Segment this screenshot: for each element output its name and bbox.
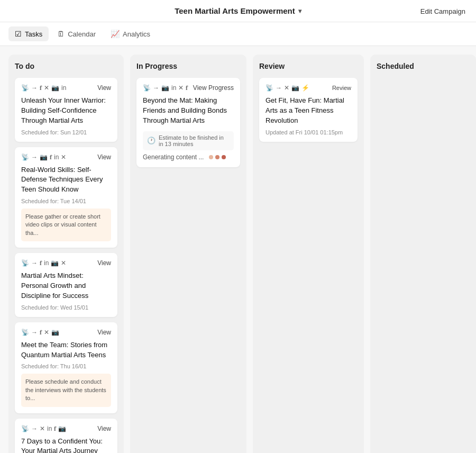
- view-button[interactable]: View: [97, 425, 111, 432]
- linkedin-icon: in: [44, 259, 49, 267]
- campaign-title-text: Teen Martial Arts Empowerment: [175, 6, 295, 15]
- tab-calendar-label: Calendar: [68, 30, 96, 38]
- column-scheduled: Scheduled: [370, 55, 476, 453]
- card-schedule: Scheduled for: Thu 16/01: [21, 363, 111, 369]
- card-platform-icons: 📡 → 📷 𝐟 in ✕: [21, 153, 66, 161]
- generating-row: Generating content ...: [143, 153, 234, 161]
- x-icon: ✕: [40, 425, 45, 432]
- top-bar: Teen Martial Arts Empowerment ▾ Edit Cam…: [0, 0, 476, 22]
- kanban-board: To do 📡 → 𝐟 ✕ 📷 in View Unleash Your Inn…: [0, 46, 476, 453]
- card-note: Please gather or create short video clip…: [21, 209, 111, 241]
- card-beyondmat: 📡 → 📷 in ✕ 𝐟 View Progress Beyond the Ma…: [136, 78, 240, 167]
- arrow-icon: →: [153, 84, 159, 92]
- rss-icon: 📡: [143, 84, 151, 92]
- tab-analytics-label: Analytics: [123, 30, 150, 38]
- column-inprogress: In Progress 📡 → 📷 in ✕ 𝐟 View Progress B…: [130, 55, 246, 453]
- card-title: Meet the Team: Stories from Quantum Mart…: [21, 340, 111, 360]
- tab-bar: ☑ Tasks 🗓 Calendar 📈 Analytics: [0, 22, 476, 46]
- card-unleash: 📡 → 𝐟 ✕ 📷 in View Unleash Your Inner War…: [15, 78, 117, 142]
- view-button[interactable]: View: [97, 329, 111, 336]
- x-icon: ✕: [284, 84, 289, 92]
- arrow-icon: →: [31, 259, 38, 267]
- column-review: Review 📡 → ✕ 📷 ⚡ Review Get Fit, Have Fu…: [253, 55, 364, 453]
- instagram-icon: 📷: [51, 259, 59, 267]
- x-icon: ✕: [61, 153, 66, 161]
- card-schedule: Scheduled for: Tue 14/01: [21, 198, 111, 204]
- x-icon: ✕: [44, 84, 49, 92]
- arrow-icon: →: [276, 84, 282, 92]
- card-schedule: Scheduled for: Wed 15/01: [21, 304, 111, 311]
- card-icons-row: 📡 → 𝐟 ✕ 📷 in View: [21, 84, 111, 92]
- review-button[interactable]: Review: [332, 85, 351, 91]
- card-title: Martial Arts Mindset: Personal Growth an…: [21, 271, 111, 301]
- instagram-icon: 📷: [58, 425, 66, 432]
- generating-text: Generating content ...: [143, 153, 204, 161]
- facebook-icon: 𝐟: [40, 84, 42, 92]
- dot1: [209, 155, 213, 159]
- rss-icon: 📡: [266, 84, 273, 92]
- instagram-icon: 📷: [291, 84, 299, 92]
- view-progress-button[interactable]: View Progress: [193, 84, 234, 92]
- card-note: Please schedule and conduct the intervie…: [21, 374, 111, 406]
- edit-campaign-button[interactable]: Edit Campaign: [420, 7, 465, 15]
- linkedin-icon: in: [47, 425, 52, 432]
- card-meetteam: 📡 → 𝐟 ✕ 📷 View Meet the Team: Stories fr…: [15, 322, 117, 413]
- arrow-icon: →: [31, 84, 38, 92]
- card-platform-icons: 📡 → ✕ in 𝐟 📷: [21, 425, 66, 432]
- facebook-icon: 𝐟: [186, 84, 188, 92]
- facebook-icon: 𝐟: [40, 259, 42, 267]
- arrow-icon: →: [31, 425, 38, 432]
- instagram-icon: 📷: [51, 84, 59, 92]
- clock-icon: 🕐: [147, 137, 155, 144]
- column-inprogress-title: In Progress: [136, 62, 240, 70]
- loading-dots: [209, 155, 226, 159]
- card-title: Get Fit, Have Fun: Martial Arts as a Tee…: [266, 96, 351, 126]
- card-7days: 📡 → ✕ in 𝐟 📷 View 7 Days to a Confident …: [15, 419, 117, 453]
- estimate-row: 🕐 Estimate to be finished in in 13 minut…: [143, 131, 234, 150]
- card-icons-row: 📡 → 𝐟 in 📷 ✕ View: [21, 259, 111, 267]
- card-platform-icons: 📡 → ✕ 📷 ⚡: [266, 84, 309, 92]
- linkedin-icon: in: [171, 84, 176, 92]
- tab-tasks-label: Tasks: [25, 30, 42, 38]
- rss-icon: 📡: [21, 153, 29, 161]
- tab-tasks[interactable]: ☑ Tasks: [8, 26, 49, 41]
- card-platform-icons: 📡 → 𝐟 ✕ 📷 in: [21, 84, 66, 92]
- card-platform-icons: 📡 → 𝐟 in 📷 ✕: [21, 259, 66, 267]
- arrow-icon: →: [31, 153, 38, 161]
- view-button[interactable]: View: [97, 259, 111, 267]
- card-icons-row: 📡 → 📷 in ✕ 𝐟 View Progress: [143, 84, 234, 92]
- chevron-down-icon[interactable]: ▾: [298, 7, 301, 15]
- card-icons-row: 📡 → ✕ 📷 ⚡ Review: [266, 84, 351, 92]
- arrow-icon: →: [31, 329, 38, 336]
- card-platform-icons: 📡 → 📷 in ✕ 𝐟: [143, 84, 188, 92]
- card-icons-row: 📡 → 𝐟 ✕ 📷 View: [21, 329, 111, 336]
- instagram-icon: 📷: [161, 84, 169, 92]
- card-realworld: 📡 → 📷 𝐟 in ✕ View Real-World Skills: Sel…: [15, 147, 117, 248]
- rss-icon: 📡: [21, 259, 29, 267]
- view-button[interactable]: View: [97, 153, 111, 161]
- linkedin-icon: in: [54, 153, 59, 161]
- column-todo: To do 📡 → 𝐟 ✕ 📷 in View Unleash Your Inn…: [8, 55, 124, 453]
- analytics-icon: 📈: [111, 30, 120, 38]
- x-icon: ✕: [178, 84, 184, 92]
- instagram-icon: 📷: [51, 329, 59, 336]
- card-icons-row: 📡 → 📷 𝐟 in ✕ View: [21, 153, 111, 161]
- rss-icon: 📡: [21, 425, 29, 432]
- card-getfit: 📡 → ✕ 📷 ⚡ Review Get Fit, Have Fun: Mart…: [259, 78, 358, 142]
- rss-icon: 📡: [21, 329, 29, 336]
- rss-icon: 📡: [21, 84, 29, 92]
- card-platform-icons: 📡 → 𝐟 ✕ 📷: [21, 329, 59, 336]
- card-title: Real-World Skills: Self-Defense Techniqu…: [21, 165, 111, 195]
- view-button[interactable]: View: [97, 84, 111, 92]
- card-title: 7 Days to a Confident You: Your Martial …: [21, 437, 111, 453]
- estimate-text: Estimate to be finished in in 13 minutes: [159, 134, 230, 147]
- card-title: Beyond the Mat: Making Friends and Build…: [143, 96, 234, 126]
- column-todo-title: To do: [15, 62, 117, 70]
- instagram-icon: 📷: [40, 153, 48, 161]
- tab-analytics[interactable]: 📈 Analytics: [104, 26, 157, 41]
- tab-calendar[interactable]: 🗓 Calendar: [51, 26, 102, 41]
- card-mindset: 📡 → 𝐟 in 📷 ✕ View Martial Arts Mindset: …: [15, 253, 117, 317]
- column-review-title: Review: [259, 62, 358, 70]
- card-schedule: Scheduled for: Sun 12/01: [21, 129, 111, 135]
- calendar-icon: 🗓: [57, 30, 65, 38]
